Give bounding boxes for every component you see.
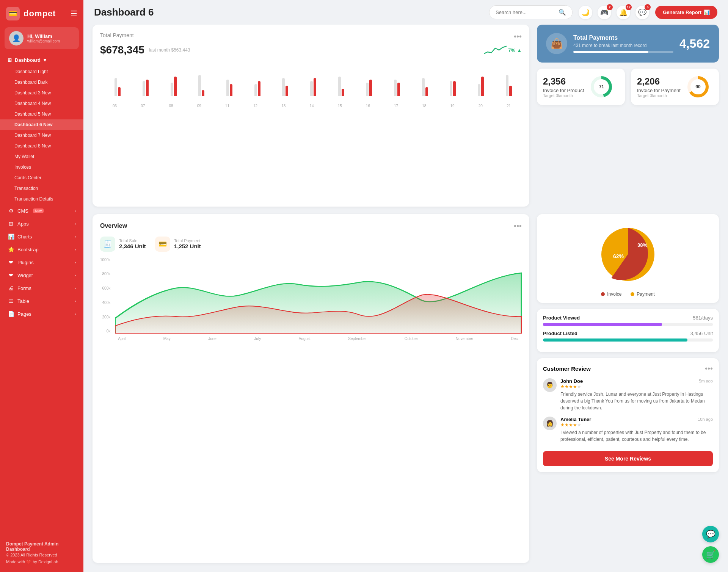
- review-text-amelia: I viewed a number of properties with Jus…: [560, 429, 713, 443]
- total-payment-title: Total Payment: [100, 32, 134, 38]
- bar-group: [300, 66, 326, 96]
- generate-report-button[interactable]: Generate Report 📊: [655, 6, 717, 19]
- bar-pair: [478, 66, 484, 96]
- sparkline-chart: [484, 44, 507, 56]
- header: Dashboard 6 🔍 🌙 🎮 2 🔔 12 💬 5 Generate R: [83, 0, 728, 25]
- widget-label: Widget: [17, 273, 33, 278]
- sidebar-item-table[interactable]: ☰ Table ›: [0, 295, 83, 307]
- card-options-icon[interactable]: •••: [514, 32, 522, 41]
- stat-sale-label: Total Sale: [119, 238, 146, 243]
- bar-group: [272, 66, 298, 96]
- sidebar-item-forms[interactable]: 🖨 Forms ›: [0, 282, 83, 295]
- footer-brand: Dompet Payment Admin Dashboard: [6, 541, 77, 552]
- total-payments-widget: 👜 Total Payments 431 more to break last …: [537, 25, 719, 63]
- bar-pair: [394, 66, 400, 96]
- bar-red: [202, 90, 204, 96]
- invoice-legend-label: Invoice: [607, 291, 621, 297]
- bar-label: 16: [355, 104, 381, 108]
- sidebar-item-dashboard-dark[interactable]: Dashboard Dark: [0, 77, 83, 88]
- bar-gray: [366, 83, 369, 96]
- pie-wrap: 62% 38%: [543, 220, 713, 288]
- wallet-icon: 👜: [546, 33, 567, 54]
- sidebar-item-charts[interactable]: 📊 Charts ›: [0, 230, 83, 243]
- bar-x-labels: 060708091112131415161718192021: [100, 104, 522, 108]
- table-label: Table: [17, 298, 29, 304]
- overview-header: Overview •••: [100, 222, 522, 230]
- stat-payment-info: Total Payment 1,252 Unit: [174, 238, 201, 249]
- sidebar-item-dashboard-light[interactable]: Dashboard Light: [0, 66, 83, 77]
- bar-pair: [310, 66, 316, 96]
- bar-pair: [226, 66, 232, 96]
- search-input[interactable]: [496, 9, 555, 15]
- sidebar: 💳 dompet ☰ 👤 Hi, William william@gmail.c…: [0, 0, 83, 572]
- bar-pair: [198, 66, 204, 96]
- bar-group: [133, 66, 159, 96]
- overview-options-icon[interactable]: •••: [514, 222, 522, 230]
- bar-label: 07: [130, 104, 156, 108]
- sidebar-item-apps[interactable]: ⊞ Apps ›: [0, 217, 83, 230]
- moon-button[interactable]: 🌙: [579, 6, 592, 19]
- bar-group: [440, 66, 466, 96]
- sidebar-item-bootstrap[interactable]: ⭐ Bootstrap ›: [0, 243, 83, 256]
- search-box[interactable]: 🔍: [489, 5, 573, 19]
- bar-pair: [422, 66, 428, 96]
- gamepad-badge: 2: [607, 4, 613, 10]
- review-time-amelia: 10h ago: [698, 417, 713, 422]
- bar-gray: [338, 77, 341, 96]
- card-header: Total Payment •••: [100, 32, 522, 41]
- bar-label: 11: [214, 104, 240, 108]
- right-top-column: 👜 Total Payments 431 more to break last …: [537, 25, 719, 207]
- total-payments-info: Total Payments 431 more to break last mo…: [573, 34, 673, 53]
- bar-pair: [254, 66, 260, 96]
- sidebar-item-dashboard[interactable]: ⊞ Dashboard ▾: [0, 54, 83, 66]
- bar-label: 12: [242, 104, 268, 108]
- bar-gray: [171, 83, 173, 96]
- sidebar-item-invoices[interactable]: Invoices: [0, 162, 83, 172]
- sidebar-item-dashboard-8[interactable]: Dashboard 8 New: [0, 141, 83, 151]
- hamburger-icon[interactable]: ☰: [71, 9, 77, 18]
- bar-gray: [310, 81, 313, 96]
- sidebar-item-cms[interactable]: ⚙ CMS New ›: [0, 204, 83, 217]
- chat-button[interactable]: 💬 5: [635, 6, 649, 19]
- bootstrap-label: Bootstrap: [17, 247, 39, 252]
- total-payment-card: Total Payment ••• $678,345 last month $5…: [93, 25, 529, 207]
- trend-arrow-icon: ▲: [517, 47, 522, 53]
- sidebar-item-cards-center[interactable]: Cards Center: [0, 172, 83, 183]
- bar-gray: [115, 78, 117, 96]
- bar-gray: [143, 81, 145, 96]
- moon-icon: 🌙: [581, 8, 590, 17]
- user-name: Hi, William: [27, 33, 60, 39]
- bar-gray: [506, 75, 508, 96]
- sidebar-item-transaction-details[interactable]: Transaction Details: [0, 194, 83, 204]
- sidebar-item-my-wallet[interactable]: My Wallet: [0, 151, 83, 162]
- bell-button[interactable]: 🔔 12: [617, 6, 630, 19]
- sidebar-item-dashboard-3[interactable]: Dashboard 3 New: [0, 88, 83, 98]
- sidebar-item-plugins[interactable]: ❤ Plugins ›: [0, 256, 83, 269]
- total-payments-label: Total Payments: [573, 34, 673, 41]
- sidebar-item-pages[interactable]: 📄 Pages ›: [0, 307, 83, 320]
- payment-last-month: last month $563,443: [149, 47, 190, 53]
- gamepad-button[interactable]: 🎮 2: [598, 6, 611, 19]
- overview-card: Overview ••• 🧾 Total Sale 2,346 Unit 💳 T…: [93, 214, 529, 563]
- chevron-right-icon: ›: [75, 248, 76, 252]
- svg-text:62%: 62%: [613, 253, 624, 259]
- product-viewed-header: Product Viewed 561/days: [543, 315, 713, 321]
- sidebar-item-widget[interactable]: ❤ Widget ›: [0, 269, 83, 282]
- user-info: Hi, William william@gmail.com: [27, 33, 60, 43]
- sidebar-item-dashboard-4[interactable]: Dashboard 4 New: [0, 98, 83, 109]
- total-payments-progress-fill: [573, 51, 648, 53]
- support-fab[interactable]: 💬: [702, 526, 719, 542]
- cart-fab[interactable]: 🛒: [702, 546, 719, 563]
- sidebar-item-dashboard-6[interactable]: Dashboard 6 New: [0, 119, 83, 130]
- review-options-icon[interactable]: •••: [705, 364, 713, 373]
- sidebar-item-transaction[interactable]: Transaction: [0, 183, 83, 194]
- bar-gray: [422, 78, 425, 96]
- sidebar-item-dashboard-7[interactable]: Dashboard 7 New: [0, 130, 83, 141]
- product-listed-header: Product Listed 3,456 Unit: [543, 331, 713, 336]
- sidebar-item-dashboard-5[interactable]: Dashboard 5 New: [0, 109, 83, 119]
- total-payments-sub: 431 more to break last month record: [573, 43, 673, 48]
- see-more-reviews-button[interactable]: See More Reviews: [543, 451, 713, 466]
- review-stars-amelia: ★★★★★: [560, 422, 713, 428]
- user-email: william@gmail.com: [27, 39, 60, 43]
- donut-label-payment: 90: [695, 84, 700, 89]
